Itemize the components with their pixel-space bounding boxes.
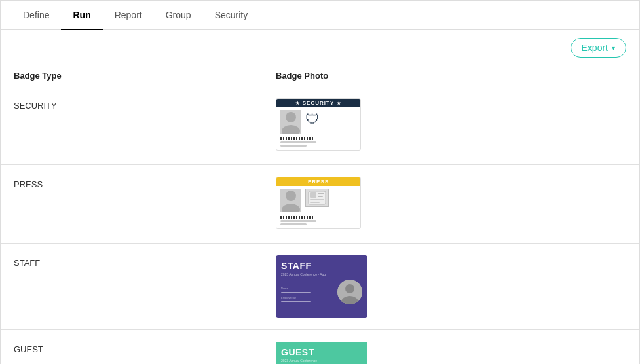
badge-photo-press: PRESS [276,177,626,231]
table-row: GUEST GUEST 2023 Annual Conference Name … [1,330,639,364]
staff-name-line [281,292,311,293]
badge-type-label: GUEST [14,342,276,354]
text-line-2 [280,145,307,147]
tab-security[interactable]: Security [203,1,260,29]
export-button[interactable]: Export ▾ [571,38,626,58]
badge-photo-security: ★ SECURITY ★ 🛡 [276,98,626,153]
badge-type-label: SECURITY [14,98,276,111]
svg-point-3 [282,204,300,212]
text-line-1 [280,141,316,143]
staff-photo [337,280,362,304]
press-credential-icon [305,189,329,207]
badge-photo-staff: STAFF 2023 Annual Conference - Aug Name … [276,255,626,318]
svg-point-1 [282,125,300,134]
badge-staff: STAFF 2023 Annual Conference - Aug Name … [276,255,367,318]
badge-press: PRESS [276,177,361,229]
security-photo [280,110,301,134]
star-left-icon: ★ [295,101,300,106]
security-header-text: SECURITY [303,100,334,106]
barcode [280,216,313,219]
table-row: PRESS PRESS [1,165,639,244]
export-label: Export [582,43,608,53]
badge-security: ★ SECURITY ★ 🛡 [276,98,361,151]
svg-point-2 [286,191,296,201]
export-arrow-icon: ▾ [612,45,615,52]
staff-title-text: STAFF [276,255,367,272]
tab-bar: Define Run Report Group Security [1,1,639,30]
col-header-badge-photo: Badge Photo [276,71,626,81]
tab-run[interactable]: Run [61,1,102,29]
star-right-icon: ★ [337,101,341,106]
svg-rect-8 [310,199,324,200]
tab-group[interactable]: Group [154,1,203,29]
text-line-2 [280,223,307,225]
svg-rect-9 [310,202,320,203]
tab-define[interactable]: Define [11,1,61,29]
col-header-badge-type: Badge Type [14,71,276,81]
staff-info: Name Employee ID [281,287,337,304]
badge-type-label: STAFF [14,255,276,268]
guest-title-text: GUEST [276,342,367,359]
barcode [280,137,313,140]
table-row: STAFF STAFF 2023 Annual Conference - Aug… [1,244,639,330]
tab-report[interactable]: Report [103,1,154,29]
press-photo [280,189,301,212]
badge-type-label: PRESS [14,177,276,189]
main-container: Define Run Report Group Security Export … [0,0,640,364]
svg-rect-5 [310,192,316,198]
press-header-text: PRESS [308,179,329,185]
svg-rect-6 [318,193,324,194]
staff-id-line [281,301,311,302]
svg-point-0 [286,112,296,122]
staff-id-label: Employee ID [281,296,337,299]
shield-icon: 🛡 [305,113,356,127]
text-line-1 [280,220,316,222]
badge-photo-guest: GUEST 2023 Annual Conference Name Title [276,342,626,364]
security-info: 🛡 [305,110,356,127]
badge-guest: GUEST 2023 Annual Conference Name Title [276,342,367,364]
table-header: Badge Type Badge Photo [1,65,639,86]
svg-rect-7 [318,196,323,197]
staff-name-label: Name [281,287,337,290]
table-row: SECURITY ★ SECURITY ★ 🛡 [1,86,639,165]
svg-point-11 [345,284,354,293]
toolbar: Export ▾ [1,30,639,65]
